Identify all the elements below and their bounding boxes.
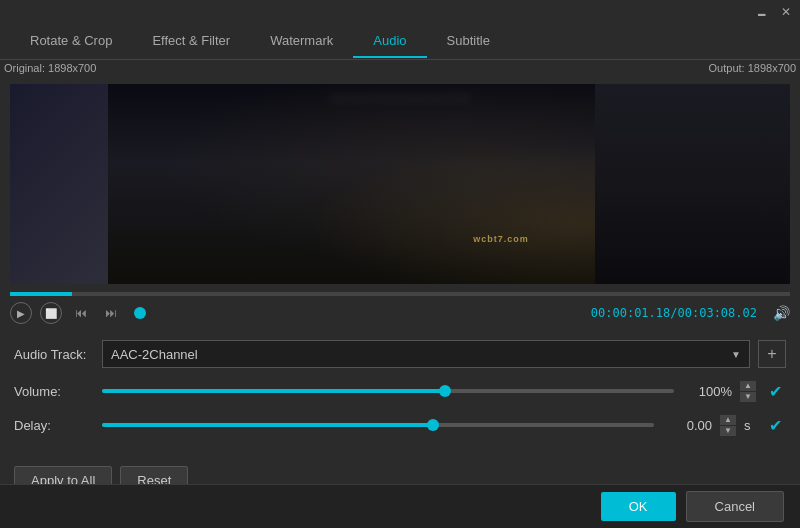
watermark-text: wcbt7.com [473,234,529,244]
audio-track-label: Audio Track: [14,347,94,362]
volume-slider-thumb[interactable] [439,385,451,397]
time-separator: / [670,306,677,320]
tab-audio[interactable]: Audio [353,25,426,58]
audio-settings: Audio Track: AAC-2Channel ▼ + Volume: 10… [0,330,800,458]
volume-spinner: ▲ ▼ [740,381,756,402]
timeline-progress [10,292,72,296]
timeline-bar[interactable] [10,292,790,296]
next-button[interactable]: ⏭ [100,302,122,324]
minimize-button[interactable]: 🗕 [754,4,770,20]
ok-button[interactable]: OK [601,492,676,521]
volume-slider-fill [102,389,445,393]
blurred-overlay: ████████████████████ [329,92,471,103]
time-display: 00:00:01.18/00:03:08.02 [591,306,757,320]
delay-check-icon: ✔ [769,416,782,435]
delay-reset-icon[interactable]: ✔ [764,414,786,436]
footer: OK Cancel [0,484,800,528]
delay-value: 0.00 [662,418,712,433]
video-preview: ████████████████████ wcbt7.com [10,84,790,284]
original-resolution: Original: 1898x700 [4,62,96,74]
stop-button[interactable]: ⬜ [40,302,62,324]
playback-controls: ▶ ⬜ ⏮ ⏭ 00:00:01.18/00:03:08.02 🔊 [0,296,800,330]
tab-bar: Rotate & Crop Effect & Filter Watermark … [0,24,800,60]
volume-check-icon: ✔ [769,382,782,401]
audio-track-dropdown[interactable]: AAC-2Channel ▼ [102,340,750,368]
delay-slider-fill [102,423,433,427]
delay-row: Delay: 0.00 ▲ ▼ s ✔ [14,414,786,436]
output-resolution: Output: 1898x700 [709,62,796,74]
tab-watermark[interactable]: Watermark [250,25,353,58]
current-time: 00:00:01.18 [591,306,670,320]
delay-up-button[interactable]: ▲ [720,415,736,425]
title-bar: 🗕 ✕ [0,0,800,24]
tab-subtitle[interactable]: Subtitle [427,25,510,58]
delay-down-button[interactable]: ▼ [720,426,736,436]
right-panel-preview [595,84,790,284]
video-section: ████████████████████ wcbt7.com [10,84,790,284]
prev-button[interactable]: ⏮ [70,302,92,324]
delay-spinner: ▲ ▼ [720,415,736,436]
delay-slider-thumb[interactable] [427,419,439,431]
play-button[interactable]: ▶ [10,302,32,324]
cancel-button[interactable]: Cancel [686,491,784,522]
audio-track-row: Audio Track: AAC-2Channel ▼ + [14,340,786,368]
total-time: 00:03:08.02 [678,306,757,320]
close-button[interactable]: ✕ [778,4,794,20]
volume-reset-icon[interactable]: ✔ [764,380,786,402]
volume-icon[interactable]: 🔊 [773,305,790,321]
delay-slider[interactable] [102,423,654,427]
volume-down-button[interactable]: ▼ [740,392,756,402]
volume-value: 100% [682,384,732,399]
delay-unit: s [744,418,756,433]
dropdown-arrow-icon: ▼ [731,349,741,360]
volume-row: Volume: 100% ▲ ▼ ✔ [14,380,786,402]
delay-label: Delay: [14,418,94,433]
volume-slider[interactable] [102,389,674,393]
tab-effect-filter[interactable]: Effect & Filter [132,25,250,58]
volume-label: Volume: [14,384,94,399]
audio-track-value: AAC-2Channel [111,347,731,362]
volume-up-button[interactable]: ▲ [740,381,756,391]
progress-handle[interactable] [134,307,146,319]
video-info-bar: Original: 1898x700 Output: 1898x700 [0,60,800,76]
tab-rotate-crop[interactable]: Rotate & Crop [10,25,132,58]
add-track-button[interactable]: + [758,340,786,368]
